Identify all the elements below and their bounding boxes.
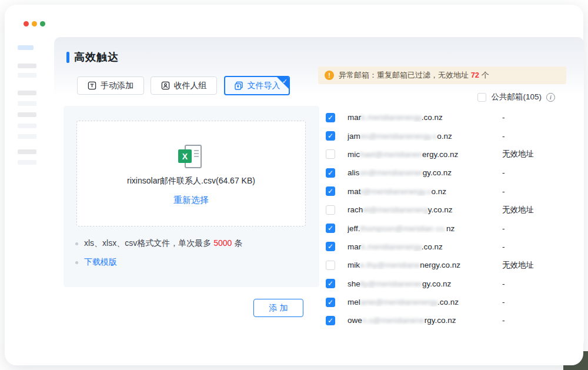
bullet-dot <box>75 242 78 245</box>
row-checkbox[interactable] <box>326 279 335 288</box>
abnormal-mailbox-banner: ! 异常邮箱：重复邮箱已过滤，无效地址 72 个 <box>318 66 566 84</box>
warning-icon: ! <box>325 71 334 80</box>
max-count: 5000 <box>213 238 232 248</box>
row-checkbox[interactable] <box>326 113 335 122</box>
email-row: rachel@meridianenergy.co.nz 无效地址 <box>322 201 574 219</box>
row-checkbox[interactable] <box>326 168 335 178</box>
tab-manual-add[interactable]: 手动添加 <box>77 76 144 95</box>
main-panel: 高效触达 手动添加 收件人组 <box>54 37 584 347</box>
tab-recipient-group[interactable]: 收件人组 <box>151 76 217 95</box>
sidebar-item[interactable] <box>18 73 36 78</box>
upload-panel: X rixinsolar邮件联系人.csv(64.67 KB) 重新选择 xls… <box>64 106 319 287</box>
email-status: - <box>502 187 505 196</box>
excel-x-badge: X <box>178 149 192 163</box>
manual-add-icon <box>88 81 96 90</box>
add-button[interactable]: 添 加 <box>253 299 303 317</box>
email-status: 无效地址 <box>502 205 534 215</box>
public-mailbox-checkbox[interactable] <box>477 93 486 102</box>
email-row: shelly@meridianenergy.co.nz - <box>322 275 574 293</box>
sidebar-item[interactable] <box>18 112 36 117</box>
email-status: - <box>502 242 505 251</box>
email-status: - <box>502 298 505 306</box>
file-dropzone[interactable]: X rixinsolar邮件联系人.csv(64.67 KB) 重新选择 <box>76 121 306 226</box>
sidebar-item[interactable] <box>18 91 36 95</box>
banner-text: 异常邮箱：重复邮箱已过滤，无效地址 72 个 <box>339 70 489 81</box>
app-window: 高效触达 手动添加 收件人组 <box>5 5 583 365</box>
email-address: melanie@meridianenergy.co.nz <box>348 298 497 306</box>
row-checkbox[interactable] <box>326 186 335 196</box>
email-address: jeff.thompson@meridian co.nz <box>348 224 497 233</box>
public-mailbox-label: 公共邮箱(105) <box>491 92 542 102</box>
email-row: james@meridianenergy.co.nz - <box>322 126 574 145</box>
row-checkbox[interactable] <box>326 298 335 307</box>
row-checkbox[interactable] <box>326 205 335 215</box>
email-row: michael@meridianenergy.co.nz 无效地址 <box>322 145 574 164</box>
email-list: mark.meridianenergy.co.nz - james@meridi… <box>322 108 574 330</box>
blurred-email-segment: anie@meridianenergy <box>360 298 437 306</box>
email-address: james@meridianenergy.co.nz <box>348 132 497 141</box>
desktop: 高效触达 手动添加 收件人组 <box>0 0 588 370</box>
blurred-email-segment: n.s@meridianene <box>362 316 425 325</box>
email-address: matt@meridianenergy.co.nz <box>348 187 497 196</box>
row-checkbox[interactable] <box>326 131 335 141</box>
email-status: - <box>502 132 505 141</box>
invalid-count: 72 <box>471 71 479 79</box>
sidebar-item[interactable] <box>18 124 36 128</box>
uploaded-filename: rixinsolar邮件联系人.csv(64.67 KB) <box>127 176 255 186</box>
blurred-email-segment: on@meridianener <box>359 168 423 177</box>
close-window-icon[interactable] <box>24 21 29 26</box>
email-row: mike.thy@meridianenergy.co.nz 无效地址 <box>322 256 574 274</box>
sidebar-item-active[interactable] <box>18 45 34 50</box>
template-row: 下载模版 <box>75 257 117 268</box>
format-hint: xls、xlsx、csv格式文件，单次最多 5000 条 <box>84 238 242 249</box>
row-checkbox[interactable] <box>326 242 335 251</box>
info-icon[interactable]: i <box>546 93 555 102</box>
email-status: - <box>502 316 505 325</box>
email-row: melanie@meridianenergy.co.nz - <box>322 293 574 311</box>
blurred-email-segment: e.thy@meridiane <box>360 261 420 269</box>
row-checkbox[interactable] <box>326 224 335 233</box>
sidebar-item[interactable] <box>18 64 36 68</box>
tab-file-import[interactable]: 文件导入 ✓ <box>224 76 290 95</box>
email-row: owen.s@meridianenergy.co.nz - <box>322 311 574 329</box>
email-address: shelly@meridianenergy.co.nz <box>348 279 497 288</box>
email-address: rachel@meridianenergy.co.nz <box>348 205 497 214</box>
minimize-window-icon[interactable] <box>32 21 37 26</box>
sidebar-item[interactable] <box>18 160 36 165</box>
email-address: mike.thy@meridianenergy.co.nz <box>348 261 497 269</box>
blurred-email-segment: hael@meridianen <box>360 150 422 159</box>
blurred-email-segment: es@meridianenergy.c <box>360 132 437 141</box>
email-row: mark.meridianenergy.co.nz - <box>322 238 574 256</box>
public-mailbox-row: 公共邮箱(105) i <box>477 92 555 102</box>
recipient-group-icon <box>161 81 170 90</box>
tab-label: 收件人组 <box>174 81 207 91</box>
email-status: 无效地址 <box>502 260 534 271</box>
row-checkbox[interactable] <box>326 316 335 325</box>
email-status: - <box>502 168 505 177</box>
email-row: mark.meridianenergy.co.nz - <box>322 108 574 126</box>
blurred-email-segment: k.meridianenergy <box>361 242 422 251</box>
email-address: michael@meridianenergy.co.nz <box>348 150 497 159</box>
bullet-dot <box>75 261 78 264</box>
download-template-link[interactable]: 下载模版 <box>84 257 117 268</box>
email-row: alison@meridianenergy.co.nz - <box>322 164 574 182</box>
email-address: mark.meridianenergy.co.nz <box>348 113 497 122</box>
page-title-bar: 高效触达 <box>66 50 119 64</box>
email-status: - <box>502 224 505 233</box>
row-checkbox[interactable] <box>326 149 335 159</box>
email-address: owen.s@meridianenergy.co.nz <box>348 316 497 325</box>
sidebar-item[interactable] <box>18 134 36 139</box>
email-address: mark.meridianenergy.co.nz <box>348 242 497 251</box>
sidebar-item[interactable] <box>18 149 36 154</box>
checkmark-icon: ✓ <box>282 78 288 85</box>
sidebar-item[interactable] <box>18 101 36 106</box>
reselect-link[interactable]: 重新选择 <box>173 195 209 206</box>
email-row: jeff.thompson@meridian co.nz - <box>322 219 574 237</box>
row-checkbox[interactable] <box>326 261 335 270</box>
window-controls <box>24 21 45 26</box>
tab-label: 手动添加 <box>101 81 133 91</box>
email-status: - <box>502 113 505 122</box>
email-address: alison@meridianenergy.co.nz <box>348 168 497 177</box>
maximize-window-icon[interactable] <box>40 21 45 26</box>
title-accent-bar <box>66 52 69 63</box>
